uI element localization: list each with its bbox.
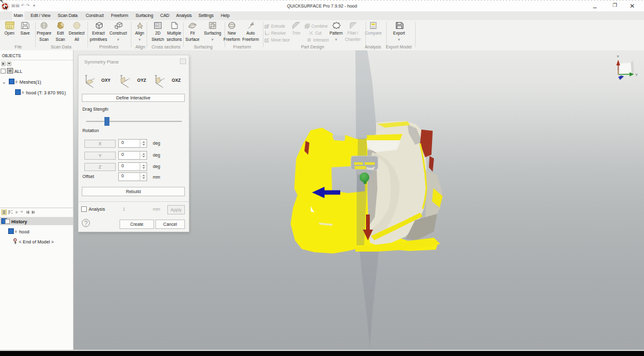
svg-text:Y: Y: [635, 73, 638, 77]
svg-text:x: x: [92, 86, 93, 88]
svg-text:Y: Y: [93, 77, 95, 81]
svg-text:x: x: [162, 86, 163, 88]
svg-text:x: x: [127, 86, 128, 88]
svg-text:x: x: [617, 54, 619, 58]
svg-text:Y: Y: [128, 77, 130, 81]
svg-text:Y: Y: [163, 77, 165, 81]
